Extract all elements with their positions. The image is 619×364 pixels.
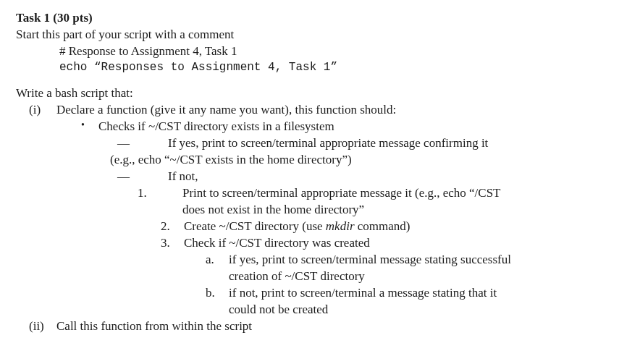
num-item-3: 3. Check if ~/CST directory was created bbox=[16, 235, 606, 252]
alpha-b-line2: could not be created bbox=[16, 302, 606, 318]
item-i: (i) Declare a function (give it any name… bbox=[16, 102, 606, 119]
dash1-line2: (e.g., echo “~/CST exists in the home di… bbox=[16, 152, 606, 169]
echo-line: echo “Responses to Assignment 4, Task 1” bbox=[16, 60, 606, 76]
num2-post: command) bbox=[355, 219, 410, 233]
alpha-a-line1: if yes, print to screen/terminal message… bbox=[229, 252, 606, 268]
alpha-a-line2: creation of ~/CST directory bbox=[16, 268, 606, 285]
dash1-line1: If yes, print to screen/terminal appropr… bbox=[168, 135, 606, 152]
dash1-marker: — bbox=[117, 135, 168, 152]
item-i-marker: (i) bbox=[29, 102, 56, 119]
comment-line: # Response to Assignment 4, Task 1 bbox=[16, 43, 606, 60]
item-ii-marker: (ii) bbox=[29, 318, 56, 335]
item-ii-text: Call this function from within the scrip… bbox=[56, 318, 606, 335]
bullet-text: Checks if ~/CST directory exists in a fi… bbox=[98, 119, 606, 135]
write-line: Write a bash script that: bbox=[16, 85, 606, 102]
item-ii: (ii) Call this function from within the … bbox=[16, 318, 606, 335]
alpha-b-marker: b. bbox=[206, 285, 229, 302]
item-i-text: Declare a function (give it any name you… bbox=[56, 102, 606, 119]
num2-pre: Create ~/CST directory (use bbox=[184, 219, 326, 233]
num3-text: Check if ~/CST directory was created bbox=[184, 235, 606, 252]
bullet-marker: • bbox=[81, 119, 98, 135]
num3-marker: 3. bbox=[161, 235, 184, 252]
dash-item-2: — If not, bbox=[16, 169, 606, 185]
num1-line2: does not exist in the home directory” bbox=[16, 202, 606, 219]
dash2-text: If not, bbox=[168, 169, 606, 185]
num-item-2: 2. Create ~/CST directory (use mkdir com… bbox=[16, 219, 606, 235]
alpha-a-marker: a. bbox=[206, 252, 229, 268]
task-title-text: Task 1 (30 pts) bbox=[16, 11, 93, 25]
num2-marker: 2. bbox=[161, 219, 184, 235]
task-title: Task 1 (30 pts) bbox=[16, 10, 606, 27]
num-item-1: 1. Print to screen/terminal appropriate … bbox=[16, 185, 606, 202]
num2-ital: mkdir bbox=[326, 219, 355, 233]
num2-text: Create ~/CST directory (use mkdir comman… bbox=[184, 219, 606, 235]
alpha-item-b: b. if not, print to screen/terminal a me… bbox=[16, 285, 606, 302]
alpha-item-a: a. if yes, print to screen/terminal mess… bbox=[16, 252, 606, 268]
document-page: Task 1 (30 pts) Start this part of your … bbox=[0, 0, 619, 344]
alpha-b-line1: if not, print to screen/terminal a messa… bbox=[229, 285, 606, 302]
intro-line: Start this part of your script with a co… bbox=[16, 27, 606, 43]
num1-marker: 1. bbox=[138, 185, 182, 202]
num1-line1: Print to screen/terminal appropriate mes… bbox=[182, 185, 606, 202]
dash2-marker: — bbox=[117, 169, 168, 185]
dash-item-1: — If yes, print to screen/terminal appro… bbox=[16, 135, 606, 152]
bullet-item: • Checks if ~/CST directory exists in a … bbox=[16, 119, 606, 135]
